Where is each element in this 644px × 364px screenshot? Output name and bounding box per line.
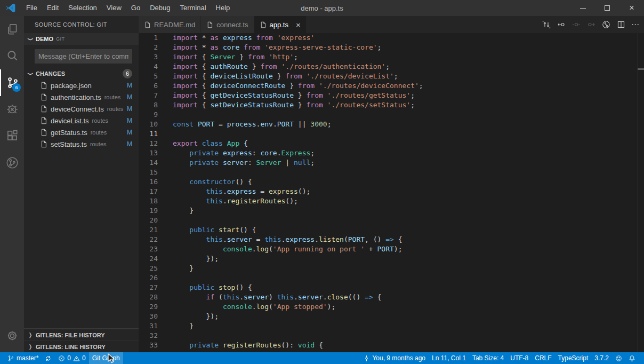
code-line: 21 public start() { bbox=[139, 225, 644, 235]
line-number[interactable]: 1 bbox=[139, 33, 158, 43]
changed-file-row[interactable]: package.json M bbox=[24, 80, 139, 91]
line-number[interactable]: 13 bbox=[139, 148, 158, 158]
typescript-version: 3.7.2 bbox=[594, 354, 609, 362]
code-editor[interactable]: 1 import * as express from 'express' 2 i… bbox=[139, 33, 644, 352]
current-change-icon[interactable] bbox=[571, 20, 581, 29]
open-changes-icon[interactable] bbox=[542, 20, 551, 29]
line-number[interactable]: 23 bbox=[139, 244, 158, 254]
line-number[interactable]: 14 bbox=[139, 158, 158, 168]
error-count: 0 bbox=[67, 354, 71, 362]
menu-item[interactable]: Debug bbox=[145, 0, 175, 16]
line-number[interactable]: 16 bbox=[139, 177, 158, 187]
more-actions-icon[interactable]: ⋯ bbox=[631, 20, 640, 29]
line-number[interactable]: 31 bbox=[139, 321, 158, 331]
line-number[interactable]: 3 bbox=[139, 52, 158, 62]
notifications-item[interactable] bbox=[625, 352, 639, 364]
line-content: import { Server } from 'http'; bbox=[158, 52, 298, 62]
feedback-item[interactable] bbox=[612, 352, 625, 364]
tab-close-icon[interactable]: × bbox=[296, 21, 301, 29]
line-number[interactable]: 22 bbox=[139, 235, 158, 244]
changes-section-header[interactable]: ❭ CHANGES 6 bbox=[24, 68, 139, 80]
editor-tab[interactable]: connect.ts × bbox=[201, 16, 254, 33]
line-number[interactable]: 5 bbox=[139, 72, 158, 81]
editor-scrollbar[interactable] bbox=[638, 33, 644, 352]
menu-item[interactable]: Selection bbox=[63, 0, 101, 16]
editor-tab[interactable]: app.ts × bbox=[254, 16, 307, 33]
explorer-icon[interactable] bbox=[0, 16, 24, 43]
close-icon: × bbox=[629, 4, 634, 12]
indentation-item[interactable]: Tab Size: 4 bbox=[469, 352, 507, 364]
line-content: import { deviceConnectRoute } from './ro… bbox=[158, 81, 423, 91]
line-number[interactable]: 10 bbox=[139, 120, 158, 129]
changed-file-row[interactable]: setStatus.ts routes M bbox=[24, 138, 139, 150]
extensions-icon[interactable] bbox=[0, 123, 24, 149]
line-number[interactable]: 20 bbox=[139, 216, 158, 225]
file-icon bbox=[40, 82, 47, 89]
menu-item[interactable]: Go bbox=[126, 0, 145, 16]
cursor-position-item[interactable]: Ln 11, Col 1 bbox=[429, 352, 469, 364]
source-control-icon[interactable]: 6 bbox=[0, 69, 24, 96]
line-number[interactable]: 27 bbox=[139, 283, 158, 292]
code-line: 18 this.registerRoutes(); bbox=[139, 196, 644, 206]
line-number[interactable]: 2 bbox=[139, 43, 158, 52]
line-number[interactable]: 29 bbox=[139, 302, 158, 312]
editor-tab[interactable]: README.md × bbox=[139, 16, 201, 33]
changed-file-row[interactable]: deviceConnect.ts routes M bbox=[24, 103, 139, 115]
line-number[interactable]: 28 bbox=[139, 292, 158, 302]
line-number[interactable]: 17 bbox=[139, 187, 158, 196]
line-number[interactable]: 19 bbox=[139, 206, 158, 216]
git-graph-icon[interactable] bbox=[0, 149, 24, 176]
menu-item[interactable]: File bbox=[21, 0, 42, 16]
next-change-icon[interactable] bbox=[586, 20, 596, 29]
menu-item[interactable]: View bbox=[102, 0, 126, 16]
line-number[interactable]: 21 bbox=[139, 225, 158, 235]
blame-annotation-item[interactable]: You, 9 months ago bbox=[360, 352, 429, 364]
language-mode-item[interactable]: TypeScript bbox=[555, 352, 592, 364]
previous-change-icon[interactable] bbox=[557, 20, 566, 29]
eol-item[interactable]: CRLF bbox=[532, 352, 554, 364]
changed-file-row[interactable]: deviceList.ts routes M bbox=[24, 115, 139, 126]
line-number[interactable]: 8 bbox=[139, 100, 158, 110]
line-number[interactable]: 15 bbox=[139, 168, 158, 177]
menu-item[interactable]: Terminal bbox=[175, 0, 211, 16]
maximize-button[interactable] bbox=[595, 0, 619, 16]
split-editor-icon[interactable] bbox=[616, 20, 626, 29]
line-number[interactable]: 11 bbox=[139, 129, 158, 139]
commit-message-input[interactable] bbox=[35, 49, 132, 64]
line-number[interactable]: 33 bbox=[139, 341, 158, 350]
line-number[interactable]: 25 bbox=[139, 264, 158, 273]
branch-status-item[interactable]: master* bbox=[4, 352, 42, 364]
typescript-version-item[interactable]: 3.7.2 bbox=[591, 352, 612, 364]
line-number[interactable]: 18 bbox=[139, 196, 158, 206]
line-number[interactable]: 30 bbox=[139, 312, 158, 321]
settings-gear-icon[interactable] bbox=[0, 322, 24, 349]
line-number[interactable]: 12 bbox=[139, 139, 158, 148]
code-line: 24 }); bbox=[139, 254, 644, 264]
line-content: console.log('App running on port ' + POR… bbox=[158, 244, 402, 254]
line-number[interactable]: 7 bbox=[139, 91, 158, 100]
line-number[interactable]: 6 bbox=[139, 81, 158, 91]
changed-file-row[interactable]: authentication.ts routes M bbox=[24, 91, 139, 103]
gitlens-section-header[interactable]: ❭ GITLENS: LINE HISTORY bbox=[24, 341, 139, 352]
sync-status-item[interactable] bbox=[42, 352, 55, 364]
problems-status-item[interactable]: 0 0 bbox=[55, 352, 88, 364]
line-content: public start() { bbox=[158, 225, 256, 235]
search-icon[interactable] bbox=[0, 43, 24, 69]
menu-item[interactable]: Edit bbox=[42, 0, 63, 16]
encoding-item[interactable]: UTF-8 bbox=[507, 352, 532, 364]
line-content: console.log('App stopped'); bbox=[158, 302, 335, 312]
repo-header[interactable]: ❭ DEMO GIT bbox=[24, 33, 139, 45]
git-graph-view-icon[interactable] bbox=[601, 20, 611, 29]
gitlens-section-header[interactable]: ❭ GITLENS: FILE HISTORY bbox=[24, 329, 139, 341]
minimize-button[interactable] bbox=[570, 0, 595, 16]
line-number[interactable]: 4 bbox=[139, 62, 158, 72]
git-graph-status-item[interactable]: Git Graph bbox=[89, 352, 123, 364]
line-number[interactable]: 26 bbox=[139, 273, 158, 283]
debug-icon[interactable] bbox=[0, 96, 24, 123]
changed-file-row[interactable]: getStatus.ts routes M bbox=[24, 126, 139, 138]
line-number[interactable]: 9 bbox=[139, 110, 158, 120]
line-number[interactable]: 32 bbox=[139, 331, 158, 341]
menu-item[interactable]: Help bbox=[211, 0, 235, 16]
close-button[interactable]: × bbox=[619, 0, 644, 16]
line-number[interactable]: 24 bbox=[139, 254, 158, 264]
